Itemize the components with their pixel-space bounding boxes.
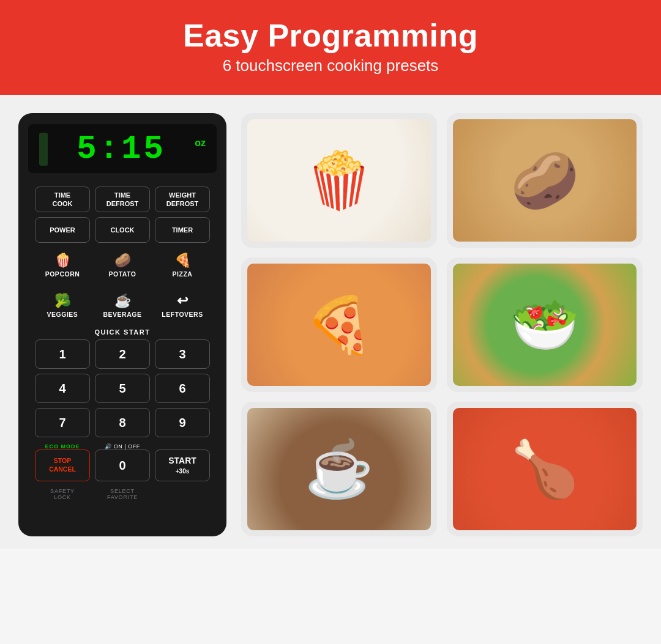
food-image-popcorn: 🍿 xyxy=(247,119,431,242)
eco-mode-label: ECO MODE xyxy=(35,443,90,450)
potato-label: POTATO xyxy=(109,270,136,279)
page-subtitle: 6 touchscreen cooking presets xyxy=(12,56,649,75)
sound-label: 🔊 ON | OFF xyxy=(95,443,150,450)
button-row-2: POWER CLOCK TIMER xyxy=(28,217,217,243)
button-row-1: TIMECOOK TIMEDEFROST WEIGHTDEFROST xyxy=(28,187,217,212)
num-2-button[interactable]: 2 xyxy=(95,339,150,369)
food-image-veggies: 🥗 xyxy=(453,264,637,386)
num-8-button[interactable]: 8 xyxy=(95,408,150,437)
num-6-button[interactable]: 6 xyxy=(155,374,210,403)
food-card-veggies: 🥗 xyxy=(447,257,643,392)
display-unit: oz xyxy=(195,138,206,149)
start-main-label: START xyxy=(168,455,196,467)
food-image-leftovers: 🍗 xyxy=(453,408,637,530)
popcorn-button[interactable]: 🍿 POPCORN xyxy=(35,248,90,283)
potato-button[interactable]: 🥔 POTATO xyxy=(95,248,150,283)
timer-button[interactable]: TIMER xyxy=(155,217,210,243)
start-sub-label: +30s xyxy=(176,467,190,476)
stop-cancel-button[interactable]: STOPCANCEL xyxy=(35,450,90,481)
num-3-button[interactable]: 3 xyxy=(155,339,210,369)
display-bar xyxy=(39,133,48,166)
food-card-beverage: ☕ xyxy=(241,402,437,536)
bottom-labels-row: SAFETYLOCK SELECTFAVORITE xyxy=(28,486,217,500)
num-9-button[interactable]: 9 xyxy=(155,408,210,437)
clock-button[interactable]: CLOCK xyxy=(95,217,150,243)
microwave-display: 5:15 oz xyxy=(28,124,217,173)
quick-start-label: QUICK START xyxy=(28,328,217,336)
veggies-button[interactable]: 🥦 VEGGIES xyxy=(35,288,90,324)
icon-row-1: 🍿 POPCORN 🥔 POTATO 🍕 PIZZA xyxy=(28,248,217,283)
food-grid: 🍿 🥔 🍕 🥗 ☕ 🍗 xyxy=(241,113,643,536)
microwave-panel: 5:15 oz TIMECOOK TIMEDEFROST WEIGHTDEFRO… xyxy=(18,113,226,536)
veggies-icon: 🥦 xyxy=(54,292,71,310)
food-card-popcorn: 🍿 xyxy=(241,113,437,248)
food-card-leftovers: 🍗 xyxy=(447,402,643,536)
num-5-button[interactable]: 5 xyxy=(95,374,150,403)
start-button[interactable]: START +30s xyxy=(155,450,210,481)
leftovers-icon: ↩ xyxy=(177,292,188,310)
number-row-2: 4 5 6 xyxy=(28,374,217,403)
special-labels-row: ECO MODE 🔊 ON | OFF xyxy=(28,442,217,450)
power-button[interactable]: POWER xyxy=(35,217,90,243)
beverage-label: BEVERAGE xyxy=(103,311,142,319)
pizza-label: PIZZA xyxy=(173,270,193,279)
page-title: Easy Programming xyxy=(12,17,649,54)
veggies-label: VEGGIES xyxy=(47,311,78,319)
time-cook-button[interactable]: TIMECOOK xyxy=(35,187,90,212)
potato-icon: 🥔 xyxy=(114,252,131,270)
num-1-button[interactable]: 1 xyxy=(35,339,90,369)
time-defrost-button[interactable]: TIMEDEFROST xyxy=(95,187,150,212)
num-7-button[interactable]: 7 xyxy=(35,408,90,437)
food-image-beverage: ☕ xyxy=(247,408,431,530)
pizza-icon: 🍕 xyxy=(174,252,191,270)
leftovers-button[interactable]: ↩ LEFTOVERS xyxy=(155,288,210,324)
display-time: 5:15 xyxy=(77,133,166,166)
beverage-icon: ☕ xyxy=(114,292,131,310)
select-favorite-label: SELECTFAVORITE xyxy=(95,488,150,500)
header-section: Easy Programming 6 touchscreen cooking p… xyxy=(0,0,661,95)
bottom-row: STOPCANCEL 0 START +30s xyxy=(28,450,217,481)
icon-row-2: 🥦 VEGGIES ☕ BEVERAGE ↩ LEFTOVERS xyxy=(28,288,217,324)
beverage-button[interactable]: ☕ BEVERAGE xyxy=(95,288,150,324)
popcorn-icon: 🍿 xyxy=(54,252,71,270)
weight-defrost-button[interactable]: WEIGHTDEFROST xyxy=(155,187,210,212)
number-row-1: 1 2 3 xyxy=(28,339,217,369)
num-4-button[interactable]: 4 xyxy=(35,374,90,403)
num-0-button[interactable]: 0 xyxy=(95,450,150,481)
leftovers-label: LEFTOVERS xyxy=(162,311,203,319)
number-row-3: 7 8 9 xyxy=(28,408,217,437)
pizza-button[interactable]: 🍕 PIZZA xyxy=(155,248,210,283)
food-image-potato: 🥔 xyxy=(453,119,637,242)
safety-lock-label: SAFETYLOCK xyxy=(35,488,90,500)
food-card-pizza: 🍕 xyxy=(241,257,437,392)
food-card-potato: 🥔 xyxy=(447,113,643,248)
popcorn-label: POPCORN xyxy=(45,270,80,279)
main-content: 5:15 oz TIMECOOK TIMEDEFROST WEIGHTDEFRO… xyxy=(0,95,661,549)
food-image-pizza: 🍕 xyxy=(247,264,431,386)
